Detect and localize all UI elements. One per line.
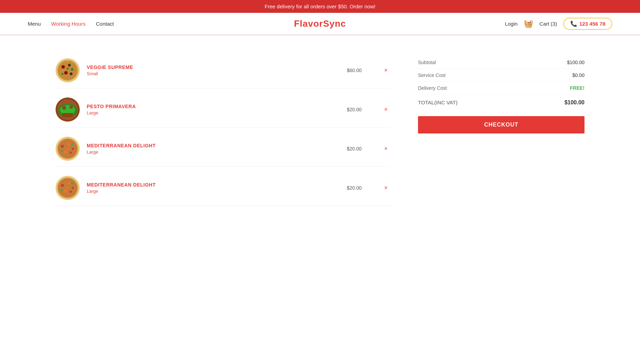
cart-link[interactable]: Cart (3) [539, 21, 557, 27]
item-name: MEDITERRANEAN DELIGHT [87, 143, 340, 148]
item-details-3: MEDITERRANEAN DELIGHT Large [87, 182, 340, 194]
item-details-0: VEGGIE SUPREME Small [87, 64, 340, 76]
main-nav: Menu Working Hours Contact [28, 21, 114, 27]
subtotal-label: Subtotal [418, 60, 436, 65]
login-link[interactable]: Login [505, 21, 518, 27]
nav-contact[interactable]: Contact [96, 21, 114, 27]
svg-point-35 [64, 190, 67, 192]
svg-point-16 [69, 105, 73, 109]
delivery-row: Delivery Cost FREE! [418, 82, 584, 95]
phone-icon: 📞 [570, 20, 577, 27]
svg-rect-17 [62, 113, 73, 117]
svg-point-22 [67, 143, 70, 146]
item-size: Large [87, 149, 340, 155]
promo-banner: Free delivery for all orders over $50. O… [0, 0, 640, 13]
cart-item: PESTO PRIMAVERA Large $20.00 × [56, 92, 390, 128]
cart-icon: 🧺 [524, 19, 533, 28]
svg-point-21 [61, 145, 64, 148]
svg-point-26 [67, 148, 69, 150]
total-row: TOTAL(INC VAT) $100.00 [418, 96, 584, 109]
phone-number: 123 456 78 [579, 21, 605, 27]
svg-point-23 [72, 148, 74, 150]
service-label: Service Cost [418, 72, 445, 78]
delivery-value: FREE! [570, 85, 584, 91]
item-image-2 [56, 137, 80, 161]
promo-text: Free delivery for all orders over $50. O… [265, 3, 375, 9]
site-logo: FlavorSync [294, 18, 346, 29]
item-price: $20.00 [347, 185, 375, 191]
svg-point-6 [64, 71, 68, 75]
service-value: $0.00 [572, 72, 584, 78]
svg-point-24 [64, 150, 67, 153]
item-size: Small [87, 71, 340, 76]
svg-point-37 [67, 187, 69, 189]
service-row: Service Cost $0.00 [418, 69, 584, 82]
item-name: MEDITERRANEAN DELIGHT [87, 182, 340, 188]
svg-point-25 [70, 151, 72, 154]
header-right: Login 🧺 Cart (3) 📞 123 456 78 [505, 18, 612, 30]
remove-item-button[interactable]: × [382, 105, 390, 114]
svg-point-9 [67, 68, 69, 70]
nav-menu[interactable]: Menu [28, 21, 41, 27]
svg-point-36 [70, 191, 72, 193]
svg-point-8 [61, 73, 63, 75]
svg-point-33 [67, 182, 70, 185]
svg-point-2 [58, 61, 77, 80]
item-price: $20.00 [347, 146, 375, 151]
cart-item: VEGGIE SUPREME Small $60.00 × [56, 53, 390, 88]
subtotal-row: Subtotal $100.00 [418, 56, 584, 69]
phone-button[interactable]: 📞 123 456 78 [563, 18, 612, 30]
svg-point-34 [72, 187, 74, 189]
remove-item-button[interactable]: × [382, 183, 390, 192]
delivery-label: Delivery Cost [418, 85, 447, 91]
svg-point-7 [70, 72, 72, 75]
cart-item: MEDITERRANEAN DELIGHT Large $20.00 × [56, 170, 390, 206]
item-price: $20.00 [347, 107, 375, 112]
item-price: $60.00 [347, 68, 375, 73]
item-size: Large [87, 189, 340, 194]
remove-item-button[interactable]: × [382, 66, 390, 75]
svg-point-32 [61, 184, 64, 187]
svg-point-5 [71, 68, 74, 71]
checkout-button[interactable]: CHECKOUT [418, 116, 584, 133]
svg-point-15 [62, 106, 66, 110]
item-details-2: MEDITERRANEAN DELIGHT Large [87, 143, 340, 155]
svg-point-3 [61, 65, 65, 69]
svg-point-38 [61, 189, 63, 191]
item-name: VEGGIE SUPREME [87, 64, 340, 70]
total-label: TOTAL(INC VAT) [418, 99, 458, 106]
total-value: $100.00 [564, 99, 584, 106]
item-image-1 [56, 97, 80, 122]
item-name: PESTO PRIMAVERA [87, 104, 340, 109]
svg-point-28 [71, 143, 73, 145]
svg-point-4 [68, 64, 71, 67]
item-image-0 [56, 58, 80, 83]
order-summary: Subtotal $100.00 Service Cost $0.00 Deli… [418, 53, 584, 206]
svg-point-39 [71, 182, 73, 184]
svg-point-27 [61, 150, 63, 152]
remove-item-button[interactable]: × [382, 144, 390, 153]
item-image-3 [56, 176, 80, 200]
cart-item: MEDITERRANEAN DELIGHT Large $20.00 × [56, 131, 390, 167]
header: Menu Working Hours Contact FlavorSync Lo… [0, 13, 640, 35]
item-size: Large [87, 110, 340, 115]
cart-items-list: VEGGIE SUPREME Small $60.00 × PESTO PRIM… [56, 53, 390, 206]
nav-working-hours[interactable]: Working Hours [51, 21, 86, 27]
item-details-1: PESTO PRIMAVERA Large [87, 104, 340, 115]
subtotal-value: $100.00 [567, 60, 584, 65]
main-content: VEGGIE SUPREME Small $60.00 × PESTO PRIM… [0, 35, 640, 223]
